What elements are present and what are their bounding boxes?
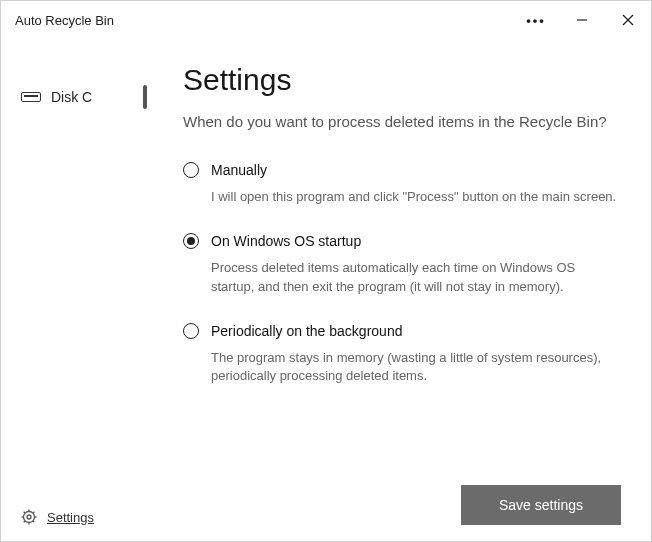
svg-line-9 [24, 512, 25, 513]
sidebar: Disk C Settings [1, 39, 151, 541]
svg-point-3 [24, 512, 35, 523]
content: Settings When do you want to process del… [151, 39, 651, 541]
radio-option[interactable]: Periodically on the background [183, 323, 621, 339]
save-settings-button[interactable]: Save settings [461, 485, 621, 525]
svg-point-4 [27, 515, 31, 519]
option-description: I will open this program and click "Proc… [211, 188, 621, 207]
option-label: On Windows OS startup [211, 233, 361, 249]
option-description: Process deleted items automatically each… [211, 259, 621, 297]
gear-icon [21, 509, 37, 525]
option-periodically: Periodically on the background The progr… [183, 323, 621, 387]
sidebar-item-label: Settings [47, 510, 94, 525]
radio-icon [183, 162, 199, 178]
radio-option[interactable]: Manually [183, 162, 621, 178]
main-area: Disk C Settings Settings When do you wan… [1, 39, 651, 541]
option-manually: Manually I will open this program and cl… [183, 162, 621, 207]
sidebar-item-label: Disk C [51, 89, 92, 105]
option-description: The program stays in memory (wasting a l… [211, 349, 621, 387]
option-label: Manually [211, 162, 267, 178]
minimize-button[interactable] [559, 1, 605, 39]
svg-line-11 [24, 521, 25, 522]
page-subtitle: When do you want to process deleted item… [183, 111, 621, 132]
svg-line-12 [33, 512, 34, 513]
radio-icon [183, 323, 199, 339]
footer: Save settings [183, 479, 621, 525]
svg-line-10 [33, 521, 34, 522]
disk-icon [21, 92, 41, 102]
window-controls: ••• [513, 1, 651, 39]
sidebar-item-settings[interactable]: Settings [1, 495, 151, 541]
radio-icon [183, 233, 199, 249]
sidebar-item-disk-c[interactable]: Disk C [1, 79, 151, 115]
option-on-startup: On Windows OS startup Process deleted it… [183, 233, 621, 297]
option-label: Periodically on the background [211, 323, 402, 339]
window-title: Auto Recycle Bin [15, 13, 114, 28]
radio-option[interactable]: On Windows OS startup [183, 233, 621, 249]
close-button[interactable] [605, 1, 651, 39]
more-button[interactable]: ••• [513, 1, 559, 39]
titlebar: Auto Recycle Bin ••• [1, 1, 651, 39]
page-title: Settings [183, 63, 621, 97]
